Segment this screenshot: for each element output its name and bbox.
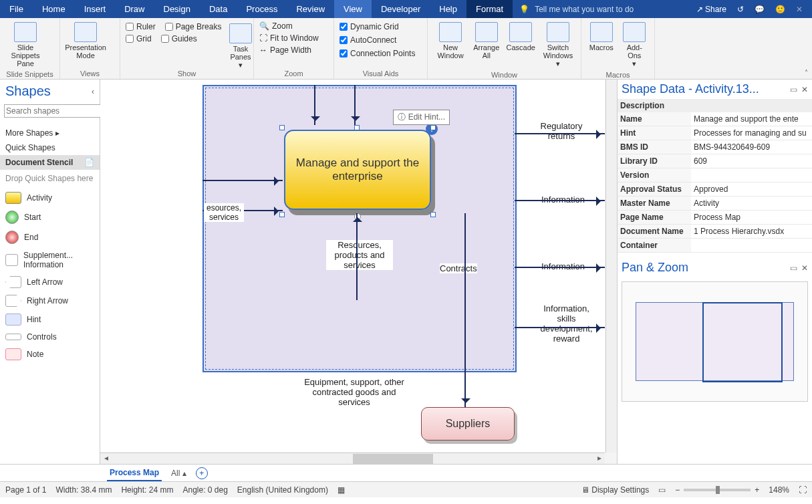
stencil-item-note[interactable]: Note [4,345,96,364]
share-button[interactable]: ↗ Share [696,5,726,14]
menu-help[interactable]: Help [430,0,466,18]
fit-to-window-button[interactable]: ⛶ Fit to Window [259,33,319,43]
display-settings-button[interactable]: 🖥 Display Settings [581,485,649,495]
guides-checkbox[interactable]: Guides [161,33,197,45]
menu-home[interactable]: Home [33,0,75,18]
menu-draw[interactable]: Draw [115,0,154,18]
zoom-button[interactable]: 🔍 Zoom [259,21,293,31]
tab-all[interactable]: All ▴ [171,469,186,478]
prop-row[interactable]: Master NameActivity [618,197,812,211]
pz-close-icon[interactable]: ✕ [801,263,808,273]
prop-row[interactable]: HintProcesses for managing and su [618,126,812,140]
stencil-item-act[interactable]: Activity [4,188,96,207]
activity-shape[interactable]: Manage and support the enterprise i ⓘ Ed… [284,130,431,210]
prop-row[interactable]: Page NameProcess Map [618,211,812,225]
stencil-item-end[interactable]: End [4,227,96,247]
prop-value[interactable]: Process Map [691,211,812,224]
prop-value[interactable] [691,168,812,182]
view-mode-icon[interactable]: ▭ [658,485,666,495]
shape-data-title: Shape Data - Activity.13... [622,82,759,96]
pane-close-icon[interactable]: ✕ [801,85,808,94]
prop-row[interactable]: Version [618,168,812,182]
menu-process[interactable]: Process [237,0,287,18]
history-icon[interactable]: ↺ [737,5,744,14]
prop-value[interactable]: Approved [691,182,812,196]
node-suppliers[interactable]: Suppliers [421,407,515,440]
selection-container[interactable] [202,85,517,372]
menu-design[interactable]: Design [154,0,200,18]
pan-zoom-thumbnail[interactable] [622,281,808,402]
slide-snippets-pane-button[interactable]: Slide Snippets Pane [5,21,45,69]
stencil-item-right[interactable]: Right Arrow [4,291,96,310]
shapes-collapse-icon[interactable]: ‹ [92,87,94,96]
presentation-mode-button[interactable]: Presentation Mode [65,21,106,61]
canvas-area[interactable]: esources, services Manage and support th… [100,80,617,464]
stencil-label: Left Arrow [27,277,63,287]
prop-value[interactable]: Processes for managing and su [691,126,812,140]
stencil-item-supp[interactable]: Supplement... Information [4,247,96,273]
more-shapes-link[interactable]: More Shapes ▸ [0,126,100,140]
macro-recorder-icon[interactable]: ▦ [337,485,345,495]
task-panes-button[interactable]: Task Panes ▾ [221,22,261,71]
stencil-item-left[interactable]: Left Arrow [4,273,96,291]
new-window-button[interactable]: New Window [433,21,468,61]
stencil-item-hint[interactable]: Hint [4,310,96,329]
comments-icon[interactable]: 💬 [755,5,765,14]
zoom-level[interactable]: 148% [769,485,789,495]
stencil-item-ctrl[interactable]: Controls [4,329,96,345]
prop-row[interactable]: NameManage and support the ente [618,112,812,126]
menu-file[interactable]: File [0,0,33,18]
switch-windows-button[interactable]: Switch Windows ▾ [541,21,575,70]
prop-row[interactable]: Container [618,239,812,253]
menu-data[interactable]: Data [200,0,237,18]
prop-row[interactable]: Library ID609 [618,154,812,168]
dynamic-grid-checkbox[interactable]: Dynamic Grid [340,21,399,33]
add-ons-button[interactable]: Add-Ons ▾ [620,21,650,70]
menu-format[interactable]: Format [466,0,513,18]
pane-dropdown-icon[interactable]: ▭ [790,85,797,94]
macros-button[interactable]: Macros [587,21,616,53]
autoconnect-checkbox[interactable]: AutoConnect [340,34,396,46]
prop-value[interactable]: BMS-944320649-609 [691,140,812,154]
menu-developer[interactable]: Developer [372,0,430,18]
edit-hint-popup[interactable]: ⓘ Edit Hint... [393,110,450,125]
prop-row[interactable]: BMS IDBMS-944320649-609 [618,140,812,154]
prop-value[interactable]: Activity [691,197,812,210]
document-stencil-tab[interactable]: Document Stencil📄 [0,155,100,170]
prop-value[interactable]: 609 [691,154,812,168]
tab-process-map[interactable]: Process Map [107,465,162,481]
prop-row[interactable]: Document Name1 Process Hierarchy.vsdx [618,225,812,239]
prop-value[interactable] [691,239,812,252]
scroll-left-icon[interactable]: ◂ [100,453,112,464]
horizontal-scrollbar[interactable]: ◂ ▸ [100,453,605,464]
tell-me-search[interactable]: 💡 Tell me what you want to do [513,0,686,18]
page-breaks-checkbox[interactable]: Page Breaks [165,21,222,33]
prop-value[interactable]: Manage and support the ente [691,112,812,126]
zoom-in-icon[interactable]: + [755,485,759,495]
ruler-checkbox[interactable]: Ruler [126,21,156,33]
vertical-scrollbar[interactable] [605,80,617,453]
prop-value[interactable]: 1 Process Hierarchy.vsdx [691,225,812,238]
smiley-icon[interactable]: 🙂 [775,5,785,14]
shapes-search-input[interactable] [4,104,108,118]
close-icon[interactable]: ✕ [796,5,803,14]
quick-shapes-link[interactable]: Quick Shapes [0,140,100,155]
zoom-out-icon[interactable]: − [675,485,680,495]
menu-view[interactable]: View [334,0,372,18]
grid-checkbox[interactable]: Grid [126,33,152,45]
prop-row[interactable]: Approval StatusApproved [618,182,812,197]
add-sheet-button[interactable]: + [196,467,208,479]
collapse-ribbon-icon[interactable]: ˄ [805,69,808,76]
fit-page-icon[interactable]: ⛶ [799,485,807,495]
connection-points-checkbox[interactable]: Connection Points [340,47,415,59]
pz-dropdown-icon[interactable]: ▭ [790,263,797,273]
stencil-item-start[interactable]: Start [4,207,96,227]
menu-insert[interactable]: Insert [75,0,116,18]
status-language[interactable]: English (United Kingdom) [237,485,328,495]
page-width-button[interactable]: ↔ Page Width [259,45,311,55]
zoom-slider[interactable]: − + [675,485,759,495]
cascade-button[interactable]: Cascade [505,21,537,53]
menu-review[interactable]: Review [287,0,334,18]
scroll-right-icon[interactable]: ▸ [593,453,605,464]
arrange-all-button[interactable]: Arrange All [472,21,501,61]
